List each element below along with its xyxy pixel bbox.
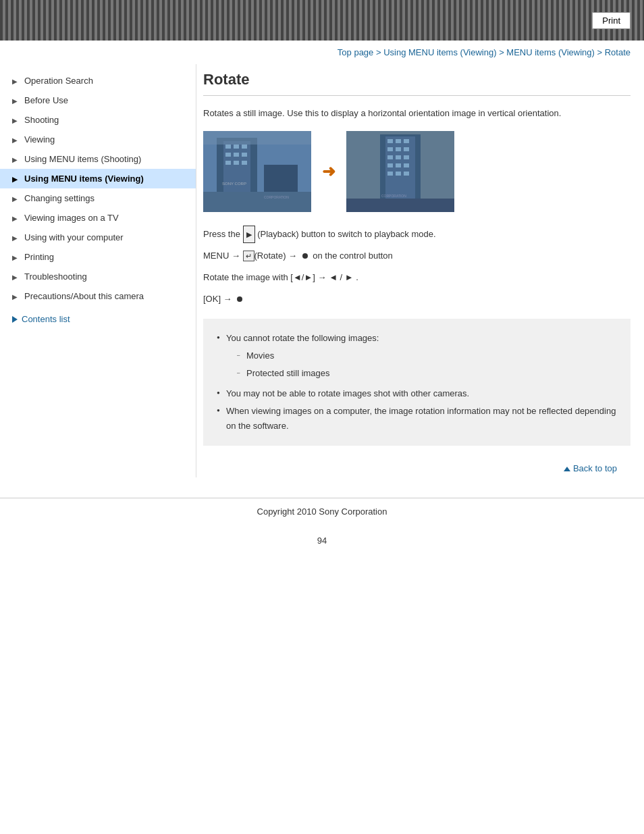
instruction-step4: [OK] → (203, 290, 630, 308)
instruction-step1: Press the ▶ (Playback) button to switch … (203, 226, 630, 243)
note-item-1: You cannot rotate the following images: … (217, 330, 617, 385)
svg-rect-34 (404, 172, 409, 176)
note-list: You cannot rotate the following images: … (217, 330, 617, 436)
arrow-icon: ▶ (12, 195, 19, 202)
arrow-icon: ▶ (12, 215, 19, 221)
svg-rect-24 (396, 147, 401, 151)
layout: ▶ Operation Search ▶ Before Use ▶ Shooti… (0, 64, 644, 491)
arrow-icon: ▶ (12, 254, 19, 261)
svg-text:CORPORATION: CORPORATION (264, 195, 289, 199)
page-description: Rotates a still image. Use this to displ… (203, 107, 630, 120)
back-to-top-link[interactable]: Back to top (573, 463, 617, 473)
sidebar-item-label: Viewing (24, 134, 55, 145)
arrow-right-icon (12, 316, 18, 323)
svg-rect-9 (225, 161, 231, 165)
breadcrumb-link1[interactable]: Using MENU items (Viewing) (383, 47, 496, 57)
arrow-icon: ▶ (12, 293, 19, 300)
sidebar-item-troubleshooting[interactable]: ▶ Troubleshooting (0, 267, 196, 286)
sidebar-item-label: Troubleshooting (24, 271, 87, 282)
back-to-top: Back to top (203, 457, 630, 477)
arrow-icon: ▶ (12, 176, 19, 182)
contents-list-link[interactable]: Contents list (0, 306, 196, 324)
svg-rect-28 (404, 155, 409, 159)
svg-text:SONY CORP: SONY CORP (222, 182, 246, 186)
svg-rect-30 (396, 163, 401, 167)
after-image: CORPORATION (346, 131, 454, 212)
sidebar-item-using-menu-viewing[interactable]: ▶ Using MENU items (Viewing) (0, 169, 196, 188)
sidebar-item-label: Printing (24, 252, 54, 262)
svg-rect-29 (387, 163, 393, 167)
sidebar-item-label: Viewing images on a TV (24, 213, 119, 223)
svg-rect-35 (346, 199, 454, 212)
svg-rect-32 (387, 172, 393, 176)
svg-rect-26 (387, 155, 393, 159)
note-sub-item-movies: Movies (237, 347, 617, 365)
arrow-icon: ▶ (12, 117, 19, 124)
sidebar-item-viewing-tv[interactable]: ▶ Viewing images on a TV (0, 208, 196, 228)
sidebar-item-using-with-computer[interactable]: ▶ Using with your computer (0, 228, 196, 247)
playback-button-icon: ▶ (243, 226, 255, 243)
sidebar: ▶ Operation Search ▶ Before Use ▶ Shooti… (0, 64, 196, 477)
sidebar-item-viewing[interactable]: ▶ Viewing (0, 130, 196, 149)
image-area: SONY CORP CORPORATION ➜ (203, 131, 630, 212)
page-title: Rotate (203, 64, 630, 96)
breadcrumb-current: Rotate (605, 47, 630, 57)
svg-rect-4 (234, 145, 239, 149)
sidebar-item-label: Shooting (24, 115, 59, 125)
page-number: 94 (0, 525, 644, 551)
svg-rect-25 (404, 147, 409, 151)
instructions: Press the ▶ (Playback) button to switch … (203, 226, 630, 308)
before-image: SONY CORP CORPORATION (203, 131, 311, 212)
sidebar-item-precautions[interactable]: ▶ Precautions/About this camera (0, 286, 196, 306)
main-content: Rotate Rotates a still image. Use this t… (196, 64, 644, 477)
rotate-arrow-icon: ➜ (322, 162, 336, 181)
print-button[interactable]: Print (592, 12, 630, 29)
svg-rect-27 (396, 155, 401, 159)
arrow-icon: ▶ (12, 156, 19, 163)
sidebar-item-label: Operation Search (24, 76, 93, 86)
svg-rect-11 (242, 161, 247, 165)
arrow-icon: ▶ (12, 273, 19, 280)
note-item-3: When viewing images on a computer, the i… (217, 402, 617, 435)
sidebar-item-label: Using with your computer (24, 232, 124, 242)
svg-rect-14 (203, 131, 311, 145)
header: Print (0, 0, 644, 41)
arrow-icon: ▶ (12, 97, 19, 104)
sidebar-item-label: Changing settings (24, 193, 95, 203)
note-sub-item-protected: Protected still images (237, 365, 617, 382)
sidebar-item-label: Precautions/About this camera (24, 291, 144, 301)
instruction-step3: Rotate the image with [◄/►] → ◄ / ► . (203, 269, 630, 286)
note-box: You cannot rotate the following images: … (203, 319, 630, 446)
svg-rect-10 (234, 161, 239, 165)
footer-copyright: Copyright 2010 Sony Corporation (257, 506, 387, 517)
footer: Copyright 2010 Sony Corporation (0, 498, 644, 525)
breadcrumb-link2[interactable]: MENU items (Viewing) (506, 47, 595, 57)
sidebar-item-label: Using MENU items (Shooting) (24, 154, 141, 164)
svg-rect-8 (242, 153, 247, 157)
arrow-icon: ▶ (12, 234, 19, 241)
breadcrumb: Top page > Using MENU items (Viewing) > … (0, 41, 644, 64)
sidebar-item-operation-search[interactable]: ▶ Operation Search (0, 71, 196, 90)
contents-list-label[interactable]: Contents list (22, 314, 70, 324)
breadcrumb-top-page[interactable]: Top page (338, 47, 374, 57)
svg-rect-31 (404, 163, 409, 167)
note-item-2: You may not be able to rotate images sho… (217, 385, 617, 402)
note-sub-list: Movies Protected still images (226, 347, 617, 382)
sidebar-item-shooting[interactable]: ▶ Shooting (0, 110, 196, 130)
sidebar-item-printing[interactable]: ▶ Printing (0, 247, 196, 267)
svg-text:CORPORATION: CORPORATION (381, 194, 406, 198)
svg-rect-7 (234, 153, 239, 157)
sidebar-item-label: Using MENU items (Viewing) (24, 174, 144, 184)
back-to-top-icon (564, 467, 570, 471)
sidebar-item-label: Before Use (24, 95, 68, 105)
svg-rect-33 (396, 172, 401, 176)
sidebar-item-changing-settings[interactable]: ▶ Changing settings (0, 188, 196, 208)
arrow-icon: ▶ (12, 78, 19, 84)
sidebar-item-before-use[interactable]: ▶ Before Use (0, 90, 196, 110)
svg-rect-5 (242, 145, 247, 149)
svg-rect-21 (396, 139, 401, 143)
sidebar-item-using-menu-shooting[interactable]: ▶ Using MENU items (Shooting) (0, 149, 196, 169)
instruction-step2: MENU → ↵(Rotate) → on the control button (203, 247, 630, 265)
svg-rect-22 (404, 139, 409, 143)
svg-rect-6 (225, 153, 231, 157)
